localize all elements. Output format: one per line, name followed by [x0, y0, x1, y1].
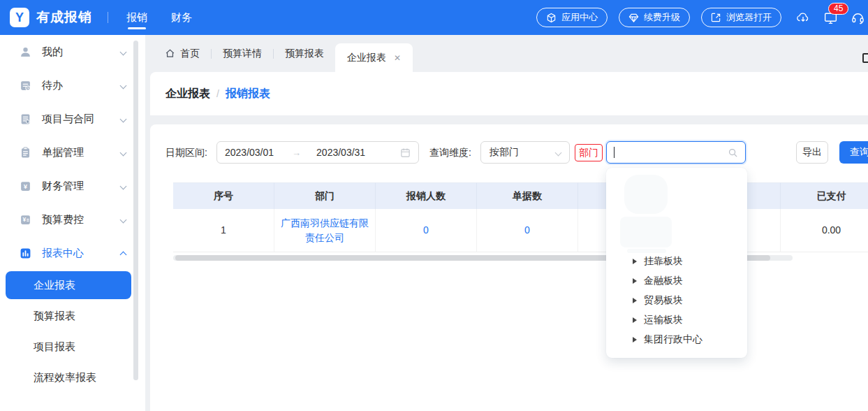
tree-item-finance-sector[interactable]: 金融板块 [606, 271, 747, 291]
chevron-down-icon [120, 82, 127, 89]
tab-enterprise-report[interactable]: 企业报表 ✕ [335, 43, 413, 72]
sidebar-item-todo[interactable]: 待办 [0, 68, 145, 102]
tree-item-trade-sector[interactable]: 贸易板块 [606, 291, 747, 310]
sidebar-subitem-project-reports[interactable]: 项目报表 [0, 331, 145, 362]
main-area: 首页 预算详情 预算报表 企业报表 ✕ 企业报表 / 报销报表 日期 [145, 35, 868, 411]
header-divider [108, 12, 108, 23]
cell-people-count[interactable]: 0 [376, 209, 477, 252]
headset-support-icon[interactable] [850, 10, 865, 25]
sidebar-subitem-budget-reports[interactable]: 预算报表 [0, 301, 145, 331]
gem-icon [628, 13, 639, 23]
caret-right-icon[interactable] [633, 298, 637, 303]
table-header-row: 序号 部门 报销人数 单据数 已支付 [173, 182, 868, 209]
loading-ghost-shape [624, 175, 668, 214]
caret-right-icon[interactable] [633, 317, 637, 323]
open-in-browser-button[interactable]: 浏览器打开 [701, 8, 781, 27]
cell-department-link[interactable]: 广西南羽供应链有限责任公司 [274, 209, 376, 252]
app-center-label: 应用中心 [561, 11, 598, 24]
todo-icon [20, 80, 31, 92]
sidebar-subitem-enterprise-reports[interactable]: 企业报表 [6, 271, 131, 299]
tree-item-label: 贸易板块 [644, 294, 683, 307]
bar-chart-icon [20, 247, 31, 259]
tab-strip: 首页 预算详情 预算报表 企业报表 ✕ [145, 35, 868, 72]
caret-right-icon[interactable] [633, 278, 637, 284]
svg-text:¥: ¥ [22, 216, 26, 223]
app-header: Y 有成报销 报销 财务 应用中心 [0, 0, 868, 35]
close-icon[interactable]: ✕ [394, 53, 401, 63]
tree-item-transport-sector[interactable]: 运输板块 [606, 310, 747, 330]
caret-right-icon[interactable] [633, 337, 637, 342]
column-header-seq: 序号 [173, 182, 274, 209]
header-icon-group: 45 [795, 10, 865, 25]
sidebar-item-mine[interactable]: 我的 [0, 35, 145, 68]
loading-ghost-shape [620, 217, 672, 247]
tab-home[interactable]: 首页 [154, 35, 211, 72]
svg-text:¥: ¥ [24, 182, 28, 189]
dimension-select[interactable]: 按部门 [480, 141, 570, 164]
caret-right-icon[interactable] [633, 259, 637, 264]
header-actions: 应用中心 续费升级 浏览器打开 [536, 8, 868, 27]
cell-paid: 0.00 [781, 209, 868, 252]
date-range-picker[interactable]: 2023/03/01 → 2023/03/31 [216, 141, 419, 164]
sidebar-item-label: 报表中心 [42, 247, 84, 260]
sidebar-scrollbar[interactable] [133, 41, 138, 380]
column-header-doc-count: 单据数 [477, 182, 578, 209]
header-nav: 报销 财务 [126, 0, 192, 35]
sidebar-item-projects-contracts[interactable]: 项目与合同 [0, 102, 145, 136]
date-end-value[interactable]: 2023/03/31 [316, 147, 365, 158]
sidebar-item-budget-control[interactable]: ¥ 预算费控 [0, 203, 145, 236]
department-search-input[interactable] [606, 141, 746, 164]
app-center-icon [546, 13, 557, 23]
external-link-icon [711, 13, 721, 23]
sidebar-item-label: 单据管理 [42, 146, 84, 159]
clipboard-icon [20, 147, 31, 159]
cloud-download-icon[interactable] [795, 10, 811, 25]
app-logo: Y [10, 8, 29, 27]
tree-item-label: 运输板块 [644, 314, 683, 326]
breadcrumb: 企业报表 / 报销报表 [150, 72, 868, 115]
sidebar-item-documents[interactable]: 单据管理 [0, 136, 145, 169]
app-center-button[interactable]: 应用中心 [536, 8, 608, 27]
department-required-tag: 部门 [575, 144, 603, 161]
chevron-down-icon [120, 48, 127, 55]
arrow-right-icon: → [292, 147, 301, 158]
column-header-paid: 已支付 [781, 182, 868, 209]
yuan-finance-icon: ¥ [20, 180, 31, 192]
contract-icon [20, 113, 31, 125]
date-range-label: 日期区间: [165, 141, 207, 164]
renew-upgrade-button[interactable]: 续费升级 [619, 8, 690, 27]
app-window: Y 有成报销 报销 财务 应用中心 [0, 0, 868, 411]
nav-finance[interactable]: 财务 [171, 0, 192, 35]
home-icon [165, 48, 175, 59]
sidebar-subitem-process-efficiency-reports[interactable]: 流程效率报表 [0, 362, 145, 393]
sidebar-item-label: 我的 [42, 45, 63, 59]
query-button[interactable]: 查询 [839, 141, 868, 164]
cell-doc-count[interactable]: 0 [477, 209, 578, 252]
renew-upgrade-label: 续费升级 [644, 11, 680, 24]
breadcrumb-parent[interactable]: 企业报表 [165, 87, 210, 101]
calendar-icon [400, 147, 411, 158]
tab-budget-report[interactable]: 预算报表 [274, 35, 335, 72]
notification-monitor-icon[interactable]: 45 [823, 10, 838, 25]
tab-budget-detail[interactable]: 预算详情 [212, 35, 273, 72]
chevron-down-icon [120, 115, 127, 122]
chevron-down-icon [120, 182, 127, 189]
cell-seq: 1 [173, 209, 274, 252]
tree-item-affiliated-sector[interactable]: 挂靠板块 [606, 252, 747, 271]
sidebar-item-finance-mgmt[interactable]: ¥ 财务管理 [0, 169, 145, 203]
date-start-value[interactable]: 2023/03/01 [225, 147, 274, 158]
report-panel: 日期区间: 2023/03/01 → 2023/03/31 查询维度: 按部门 … [150, 124, 868, 411]
breadcrumb-current: 报销报表 [226, 87, 270, 101]
sidebar: 我的 待办 项目与合同 单据管理 ¥ [0, 35, 145, 411]
tree-item-label: 金融板块 [644, 275, 683, 287]
dimension-value: 按部门 [490, 146, 519, 159]
tree-item-group-admin-center[interactable]: 集团行政中心 [606, 330, 747, 349]
sidebar-item-report-center[interactable]: 报表中心 [0, 236, 145, 270]
budget-icon: ¥ [20, 214, 31, 226]
export-button[interactable]: 导出 [796, 141, 828, 164]
breadcrumb-separator: / [216, 88, 219, 99]
chevron-up-icon [120, 252, 127, 259]
tab-overflow-partial-icon[interactable] [862, 53, 868, 63]
nav-expense[interactable]: 报销 [126, 0, 147, 35]
tree-item-label: 挂靠板块 [644, 255, 683, 268]
